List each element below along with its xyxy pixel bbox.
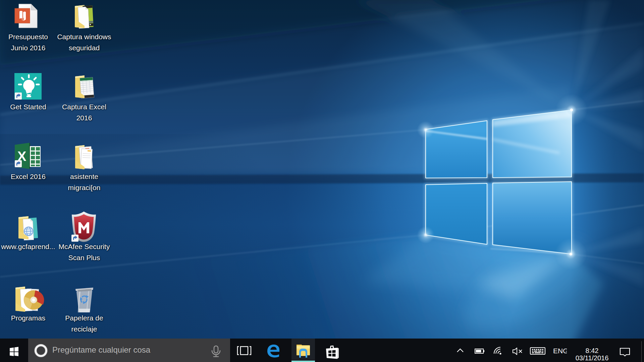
svg-text:ENG: ENG — [553, 347, 567, 355]
